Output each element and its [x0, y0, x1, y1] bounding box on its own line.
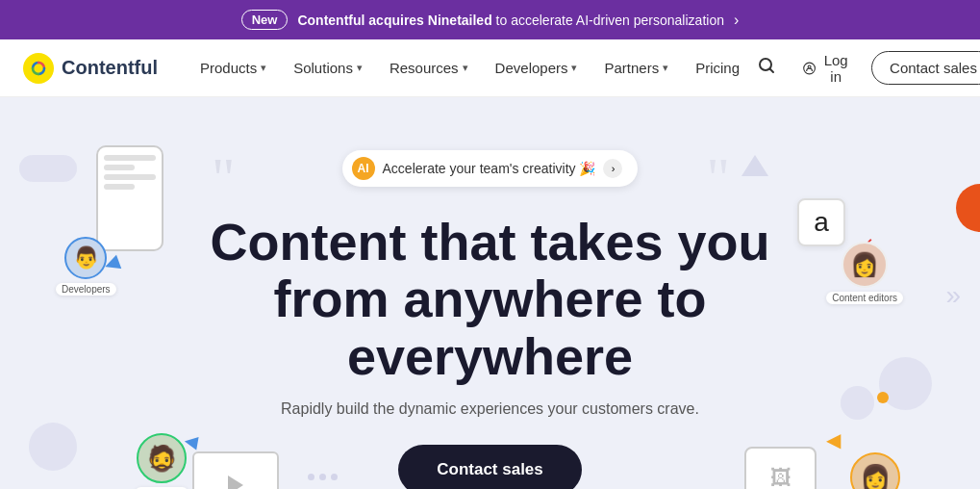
login-button[interactable]: Log in [793, 46, 860, 90]
hero-title: Content that takes you from anywhere to … [210, 214, 769, 385]
hero-subtitle: Rapidly build the dynamic experiences yo… [281, 400, 699, 418]
hero-title-line2: from anywhere to [273, 270, 706, 327]
hero-title-line3: everywhere [347, 327, 633, 385]
pill-decoration-left [19, 155, 77, 182]
play-icon [228, 476, 243, 489]
quote-decoration-right: " [707, 145, 731, 212]
chevron-down-icon: ▾ [571, 62, 577, 74]
video-mockup-decoration [192, 451, 279, 489]
search-button[interactable] [751, 50, 782, 86]
chevron-down-icon: ▾ [357, 62, 363, 74]
developer-label: Developers [56, 283, 116, 296]
svg-point-0 [23, 53, 54, 84]
login-icon [803, 60, 816, 77]
contact-sales-label: Contact sales [890, 60, 977, 76]
dot-3 [331, 474, 338, 480]
editors-avatar: 👩 Content editors [826, 242, 903, 304]
yellow-dot-decoration [877, 392, 889, 403]
circle-decoration-right-2 [841, 386, 874, 420]
developer-avatar: 👨 Developers [56, 237, 116, 296]
ai-chip-arrow-icon: › [603, 159, 622, 178]
nav-products-label: Products [200, 60, 257, 76]
phone-line [104, 184, 135, 190]
chevron-down-icon: ▾ [261, 62, 266, 74]
dot-1 [308, 474, 314, 480]
nav-item-solutions[interactable]: Solutions ▾ [282, 52, 374, 84]
banner-rest: to accelerate AI-driven personalization [492, 13, 724, 28]
logo-text: Contentful [62, 57, 158, 79]
nav-item-resources[interactable]: Resources ▾ [378, 52, 480, 84]
quote-decoration-left: " [212, 145, 236, 212]
green-arrow-icon: ◀ [183, 429, 200, 452]
login-label: Log in [821, 52, 850, 85]
red-arrow-icon: ↙ [857, 232, 874, 257]
nav-solutions-label: Solutions [293, 60, 353, 76]
nav-links: Products ▾ Solutions ▾ Resources ▾ Devel… [188, 52, 751, 84]
nav-item-partners[interactable]: Partners ▾ [592, 52, 680, 84]
nav-item-developers[interactable]: Developers ▾ [484, 52, 590, 84]
logo-link[interactable]: Contentful [23, 53, 158, 84]
nav-pricing-label: Pricing [695, 60, 740, 76]
hero-cta-label: Contact sales [437, 460, 543, 478]
nav-developers-label: Developers [495, 60, 568, 76]
dots-decoration [308, 474, 338, 480]
contact-sales-button[interactable]: Contact sales [871, 51, 980, 85]
marketer-face-icon: 🧔 [146, 444, 177, 474]
circle-decoration-right-1 [879, 357, 932, 410]
triangle-decoration [741, 155, 768, 176]
top-banner[interactable]: New Contentful acquires Ninetailed to ac… [0, 0, 980, 39]
yellow-arrow-icon: ◀ [826, 428, 841, 451]
image-icon: 🖼 [770, 466, 792, 490]
new-badge: New [241, 10, 289, 30]
nav-partners-label: Partners [604, 60, 659, 76]
hero-cta-button[interactable]: Contact sales [398, 445, 582, 489]
nav-actions: Log in Contact sales [751, 46, 980, 90]
designer-avatar-circle: 👩 [850, 452, 900, 489]
nav-item-pricing[interactable]: Pricing [684, 52, 751, 84]
contentful-logo-icon [23, 53, 54, 84]
marketer-avatar-circle: 🧔 [137, 433, 187, 483]
chevron-down-icon: ▾ [463, 62, 468, 74]
phone-line [104, 155, 156, 161]
banner-arrow-icon: › [734, 12, 739, 29]
phone-mockup-decoration [96, 145, 163, 251]
developer-face-icon: 👨 [73, 245, 99, 270]
double-chevron-right-icon: » [945, 280, 961, 311]
hero-title-line1: Content that takes you [210, 213, 769, 270]
developer-avatar-circle: 👨 [64, 237, 107, 279]
blue-arrow-icon: ◀ [100, 249, 121, 276]
text-a-decoration: a [797, 198, 845, 246]
designer-face-icon: 👩 [860, 463, 891, 490]
search-icon [757, 56, 776, 75]
phone-line [104, 174, 156, 180]
phone-line [104, 165, 135, 170]
editors-face-icon: 👩 [850, 251, 879, 278]
editors-avatar-circle: 👩 [842, 242, 888, 288]
ai-chip[interactable]: AI Accelerate your team's creativity 🎉 › [342, 150, 639, 187]
designer-avatar: 👩 Designers [848, 452, 903, 489]
circle-decoration-left-bottom [29, 423, 77, 471]
ai-chip-text: Accelerate your team's creativity 🎉 [383, 161, 596, 176]
nav-item-products[interactable]: Products ▾ [188, 52, 278, 84]
navbar: Contentful Products ▾ Solutions ▾ Resour… [0, 39, 980, 97]
banner-bold: Contentful acquires Ninetailed [297, 13, 491, 28]
chevron-down-icon: ▾ [663, 62, 668, 74]
marketer-avatar: 🧔 Marketers [135, 433, 188, 489]
hero-section: 👨 Developers ◀ " " a ↙ 👩 Content editors… [0, 97, 980, 489]
nav-resources-label: Resources [389, 60, 459, 76]
ai-badge: AI [352, 157, 375, 180]
svg-point-3 [808, 65, 811, 68]
banner-text: Contentful acquires Ninetailed to accele… [297, 13, 724, 28]
orange-half-circle-decoration [956, 184, 980, 232]
image-frame-decoration: 🖼 [744, 447, 817, 489]
editors-label: Content editors [826, 292, 903, 304]
dot-2 [319, 474, 326, 480]
